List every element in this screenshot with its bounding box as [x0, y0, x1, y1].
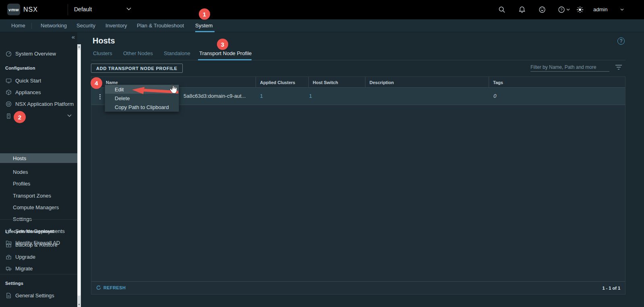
- gauge-icon: [6, 51, 12, 57]
- help-icon[interactable]: ?: [558, 6, 565, 13]
- column-header-applied-clusters[interactable]: Applied Clusters: [256, 77, 308, 88]
- sidebar-item-migrate[interactable]: Migrate: [0, 264, 77, 273]
- sidebar-item-nodes[interactable]: Nodes: [0, 167, 77, 177]
- step-badge-3: 3: [217, 39, 228, 50]
- sidebar-item-general-settings[interactable]: General Settings: [0, 291, 77, 300]
- target-circle-icon: [6, 101, 12, 107]
- theme-sun-icon[interactable]: [576, 6, 584, 13]
- appliance-box-icon: [6, 89, 12, 95]
- sidebar-item-label: Compute Managers: [13, 204, 59, 210]
- column-header-host-switch[interactable]: Host Switch: [308, 77, 365, 88]
- scroll-up-arrow[interactable]: ▲: [77, 44, 81, 49]
- search-icon[interactable]: [498, 6, 506, 13]
- refresh-label: REFRESH: [103, 285, 126, 290]
- sidebar-item-label: Nodes: [13, 169, 28, 175]
- server-icon: [6, 113, 12, 119]
- sidebar-item-settings[interactable]: Settings: [0, 214, 77, 224]
- sidebar-item-profiles[interactable]: Profiles: [0, 179, 77, 188]
- sidebar-item-transport-zones[interactable]: Transport Zones: [0, 191, 77, 200]
- sidebar-section-settings: Settings: [5, 281, 23, 286]
- content-area: Hosts ? Clusters Other Nodes Standalone …: [81, 32, 644, 307]
- sidebar-item-quick-start[interactable]: Quick Start: [0, 76, 77, 85]
- sidebar-divider: [0, 274, 77, 274]
- sidebar-collapse-icon[interactable]: «: [72, 33, 75, 40]
- tab-clusters[interactable]: Clusters: [93, 50, 112, 56]
- nav-item-system[interactable]: System: [195, 23, 213, 29]
- bell-icon[interactable]: [518, 6, 526, 13]
- sidebar-item-label: Migrate: [15, 266, 33, 272]
- tabs-divider-line: [91, 60, 625, 60]
- cursor-pointer: [169, 84, 177, 94]
- scroll-down-arrow[interactable]: ▼: [77, 302, 81, 307]
- monitor-icon: [6, 78, 12, 84]
- backup-restore-icon: [6, 242, 12, 248]
- product-name: NSX: [23, 6, 38, 13]
- scrollbar-thumb[interactable]: [78, 49, 80, 296]
- filter-input[interactable]: [530, 63, 609, 72]
- sidebar-item-label: Profiles: [13, 181, 30, 187]
- feedback-smiley-icon[interactable]: [539, 6, 546, 13]
- nav-item-inventory[interactable]: Inventory: [105, 23, 127, 29]
- row-applied-clusters-value[interactable]: 1: [260, 93, 263, 99]
- step-badge-4: 4: [91, 77, 102, 89]
- sidebar-item-label: Upgrade: [15, 254, 35, 260]
- nav-item-home[interactable]: Home: [11, 23, 25, 29]
- row-actions-menu-icon[interactable]: [99, 96, 101, 97]
- tab-other-nodes[interactable]: Other Nodes: [123, 50, 153, 56]
- user-menu[interactable]: admin: [593, 6, 607, 12]
- page-help-icon[interactable]: ?: [617, 37, 625, 45]
- sidebar-item-label: Transport Zones: [13, 193, 51, 199]
- chevron-down-icon[interactable]: [67, 114, 72, 117]
- add-transport-node-profile-button[interactable]: ADD TRANSPORT NODE PROFILE: [91, 64, 183, 73]
- sidebar-item-label: Appliances: [15, 89, 41, 95]
- sidebar-section-configuration: Configuration: [5, 66, 35, 71]
- chevron-down-icon: [126, 7, 131, 10]
- svg-text:?: ?: [560, 7, 562, 12]
- sidebar-item-system-overview[interactable]: System Overview: [0, 49, 77, 58]
- row-name: 5a8c63d3:domain-c9-aut...: [184, 93, 246, 99]
- sidebar-item-label: General Settings: [15, 293, 54, 299]
- user-chevron-icon[interactable]: [620, 8, 624, 11]
- sidebar-item-backup-restore[interactable]: Backup & Restore: [0, 240, 77, 249]
- nav-separator: [31, 23, 32, 29]
- nav-item-security[interactable]: Security: [76, 23, 95, 29]
- settings-doc-icon: [6, 293, 12, 299]
- org-selector-dropdown[interactable]: Default: [74, 6, 134, 14]
- sidebar-item-nsx-application-platform[interactable]: NSX Application Platform: [0, 99, 77, 109]
- context-menu-item-copy-path[interactable]: Copy Path to Clipboard: [105, 103, 179, 111]
- org-selector-value: Default: [74, 6, 92, 12]
- column-header-tags[interactable]: Tags: [489, 77, 626, 88]
- sidebar-item-label: System Overview: [15, 51, 56, 57]
- refresh-button[interactable]: REFRESH: [96, 285, 126, 290]
- nav-item-networking[interactable]: Networking: [41, 23, 67, 29]
- sidebar-divider: [0, 219, 77, 220]
- row-tags-value: 0: [493, 93, 496, 99]
- sidebar-item-appliances[interactable]: Appliances: [0, 87, 77, 97]
- migrate-truck-icon: [6, 266, 12, 272]
- page-title: Hosts: [93, 36, 115, 45]
- sidebar-item-label: Settings: [13, 216, 32, 222]
- sidebar-item-label: Backup & Restore: [15, 242, 58, 248]
- filter-icon[interactable]: [615, 64, 622, 70]
- active-tab-underline: [198, 59, 252, 60]
- help-chevron-icon[interactable]: [566, 8, 570, 11]
- sidebar-section-lifecycle: Lifecycle Management: [5, 229, 54, 235]
- nsx-app-window: vmw NSX Default ? admin Home Networking …: [0, 0, 644, 307]
- topbar-divider: [68, 4, 68, 15]
- vmware-logo[interactable]: vmw: [7, 4, 20, 15]
- sidebar-item-upgrade[interactable]: Upgrade: [0, 252, 77, 262]
- sidebar-item-hosts[interactable]: Hosts: [0, 153, 77, 163]
- column-header-description[interactable]: Description: [365, 77, 489, 88]
- step-badge-2: 2: [14, 111, 26, 123]
- sidebar-item-label: Hosts: [13, 155, 26, 161]
- sidebar-item-compute-managers[interactable]: Compute Managers: [0, 202, 77, 212]
- tab-transport-node-profile[interactable]: Transport Node Profile: [199, 50, 252, 56]
- top-bar: vmw NSX Default ? admin: [0, 0, 644, 19]
- sidebar-item-fabric[interactable]: [0, 111, 77, 121]
- row-host-switch-value[interactable]: 1: [309, 93, 312, 99]
- nav-item-plan-troubleshoot[interactable]: Plan & Troubleshoot: [137, 23, 184, 29]
- tab-standalone[interactable]: Standalone: [164, 50, 190, 56]
- sidebar-item-label: NSX Application Platform: [15, 101, 74, 107]
- sidebar-scrollbar[interactable]: ▲ ▼: [77, 44, 81, 307]
- refresh-icon: [96, 285, 101, 290]
